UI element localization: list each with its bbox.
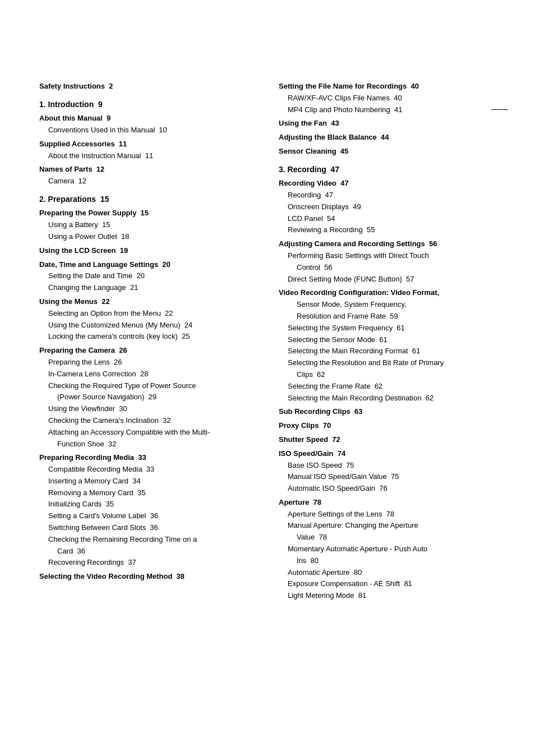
toc-entry: Date, Time and Language Settings 20 bbox=[39, 259, 256, 271]
toc-entry: Preparing the Camera 26 bbox=[39, 345, 256, 357]
toc-entry: Selecting the Frame Rate 62 bbox=[279, 381, 496, 393]
toc-entry: Preparing the Lens 26 bbox=[39, 357, 256, 368]
toc-entry: 1. Introduction 9 bbox=[39, 98, 256, 110]
toc-entry: Using the Viewfinder 30 bbox=[39, 403, 256, 415]
toc-entry: Clips 62 bbox=[279, 369, 496, 381]
toc-entry: Adjusting the Black Balance 44 bbox=[279, 132, 496, 144]
toc-entry: Aperture Settings of the Lens 78 bbox=[279, 509, 496, 520]
toc-entry: Proxy Clips 70 bbox=[279, 420, 496, 432]
toc-entry: Recording 47 bbox=[279, 190, 496, 201]
page-number-line bbox=[491, 109, 508, 110]
toc-entry: Value 78 bbox=[279, 532, 496, 543]
toc-entry: Locking the camera's controls (key lock)… bbox=[39, 331, 256, 343]
toc-entry: Momentary Automatic Aperture - Push Auto bbox=[279, 543, 496, 555]
toc-columns: Safety Instructions 21. Introduction 9Ab… bbox=[39, 79, 496, 602]
toc-entry: Using the Customized Menus (My Menu) 24 bbox=[39, 320, 256, 331]
toc-entry: Selecting the Resolution and Bit Rate of… bbox=[279, 357, 496, 369]
toc-entry: Base ISO Speed 75 bbox=[279, 460, 496, 472]
toc-entry: Automatic Aperture 80 bbox=[279, 567, 496, 579]
toc-entry: Changing the Language 21 bbox=[39, 282, 256, 294]
toc-entry: Resolution and Frame Rate 59 bbox=[279, 311, 496, 322]
toc-entry: Adjusting Camera and Recording Settings … bbox=[279, 238, 496, 250]
toc-entry: Selecting the Sensor Mode 61 bbox=[279, 334, 496, 346]
toc-entry: Attaching an Accessory Compatible with t… bbox=[39, 427, 256, 439]
toc-entry: Using the Menus 22 bbox=[39, 296, 256, 308]
toc-entry: Onscreen Displays 49 bbox=[279, 201, 496, 213]
page-container: Safety Instructions 21. Introduction 9Ab… bbox=[0, 0, 535, 756]
toc-entry: About the Instruction Manual 11 bbox=[39, 150, 256, 162]
toc-entry: About this Manual 9 bbox=[39, 113, 256, 125]
toc-entry: Iris 80 bbox=[279, 555, 496, 567]
toc-entry: Manual Aperture: Changing the Aperture bbox=[279, 520, 496, 532]
toc-entry: Exposure Compensation - AE Shift 81 bbox=[279, 578, 496, 590]
toc-entry: Setting the File Name for Recordings 40 bbox=[279, 81, 496, 93]
toc-entry: Inserting a Memory Card 34 bbox=[39, 476, 256, 487]
toc-entry: (Power Source Navigation) 29 bbox=[39, 391, 256, 403]
toc-entry: Using the Fan 43 bbox=[279, 118, 496, 130]
toc-entry: Switching Between Card Slots 36 bbox=[39, 522, 256, 534]
toc-entry: Sub Recording Clips 63 bbox=[279, 406, 496, 418]
toc-entry: Names of Parts 12 bbox=[39, 164, 256, 176]
toc-entry: Setting the Date and Time 20 bbox=[39, 270, 256, 282]
toc-entry: Selecting the System Frequency 61 bbox=[279, 322, 496, 334]
toc-entry: Setting a Card's Volume Label 36 bbox=[39, 510, 256, 522]
toc-entry: 3. Recording 47 bbox=[279, 163, 496, 176]
toc-entry: Removing a Memory Card 35 bbox=[39, 487, 256, 499]
toc-entry: Camera 12 bbox=[39, 176, 256, 187]
toc-entry: Recovering Recordings 37 bbox=[39, 557, 256, 569]
toc-entry: Control 56 bbox=[279, 262, 496, 274]
toc-entry: Checking the Remaining Recording Time on… bbox=[39, 534, 256, 546]
toc-entry: In-Camera Lens Correction 28 bbox=[39, 368, 256, 380]
toc-entry: Recording Video 47 bbox=[279, 178, 496, 190]
toc-entry: Using a Battery 15 bbox=[39, 219, 256, 231]
toc-entry: ISO Speed/Gain 74 bbox=[279, 448, 496, 460]
toc-entry: Selecting the Main Recording Format 61 bbox=[279, 345, 496, 357]
toc-entry: Performing Basic Settings with Direct To… bbox=[279, 250, 496, 262]
toc-entry: Function Shoe 32 bbox=[39, 439, 256, 450]
toc-entry: Automatic ISO Speed/Gain 76 bbox=[279, 483, 496, 495]
toc-entry: Using a Power Outlet 18 bbox=[39, 231, 256, 243]
toc-entry: Preparing the Power Supply 15 bbox=[39, 208, 256, 219]
toc-entry: Selecting the Video Recording Method 38 bbox=[39, 571, 256, 583]
toc-entry: Shutter Speed 72 bbox=[279, 434, 496, 446]
toc-entry: Compatible Recording Media 33 bbox=[39, 464, 256, 476]
toc-entry: Initializing Cards 35 bbox=[39, 499, 256, 510]
toc-entry: Supplied Accessories 11 bbox=[39, 139, 256, 150]
toc-entry: RAW/XF-AVC Clips File Names 40 bbox=[279, 93, 496, 104]
toc-entry: Checking the Required Type of Power Sour… bbox=[39, 380, 256, 392]
right-column: Setting the File Name for Recordings 40R… bbox=[279, 79, 496, 602]
toc-entry: Reviewing a Recording 55 bbox=[279, 224, 496, 236]
toc-entry: Card 36 bbox=[39, 546, 256, 557]
toc-entry: Light Metering Mode 81 bbox=[279, 590, 496, 602]
toc-entry: MP4 Clip and Photo Numbering 41 bbox=[279, 104, 496, 116]
toc-entry: LCD Panel 54 bbox=[279, 213, 496, 225]
toc-entry: Safety Instructions 2 bbox=[39, 81, 256, 93]
toc-entry: Direct Setting Mode (FUNC Button) 57 bbox=[279, 274, 496, 285]
toc-entry: 2. Preparations 15 bbox=[39, 193, 256, 205]
toc-entry: Aperture 78 bbox=[279, 497, 496, 509]
toc-entry: Conventions Used in this Manual 10 bbox=[39, 125, 256, 136]
toc-entry: Video Recording Configuration: Video For… bbox=[279, 287, 496, 299]
toc-entry: Checking the Camera's Inclination 32 bbox=[39, 415, 256, 427]
toc-entry: Selecting the Main Recording Destination… bbox=[279, 393, 496, 404]
toc-entry: Sensor Cleaning 45 bbox=[279, 146, 496, 158]
toc-entry: Using the LCD Screen 19 bbox=[39, 245, 256, 257]
toc-entry: Sensor Mode, System Frequency, bbox=[279, 299, 496, 311]
toc-entry: Manual ISO Speed/Gain Value 75 bbox=[279, 471, 496, 483]
left-column: Safety Instructions 21. Introduction 9Ab… bbox=[39, 79, 256, 583]
toc-entry: Preparing Recording Media 33 bbox=[39, 452, 256, 464]
toc-entry: Selecting an Option from the Menu 22 bbox=[39, 308, 256, 320]
